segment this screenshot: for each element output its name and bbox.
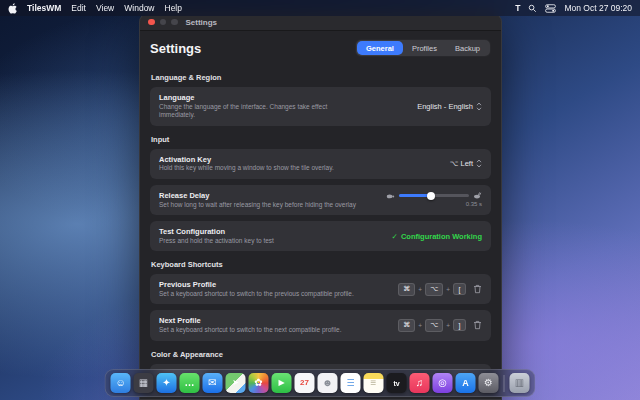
row-subtitle: Set a keyboard shortcut to switch to the… xyxy=(159,290,354,298)
row-subtitle: Change the language of the interface. Ch… xyxy=(159,103,364,120)
settings-gear-icon: ⚙ xyxy=(484,378,493,388)
keycap-command: ⌘ xyxy=(398,283,415,296)
dock: ☺ ▦ ✦ … ✉ ➤ ✿ ▶ 27 ☻ ☰ ≡ tv ♫ ◎ A ⚙ ▥ xyxy=(105,369,536,397)
configuration-status: ✓ Configuration Working xyxy=(392,232,482,241)
dock-separator xyxy=(504,375,505,392)
chevron-up-down-icon xyxy=(476,102,482,111)
finder-icon: ☺ xyxy=(115,378,125,388)
dock-item-launchpad[interactable]: ▦ xyxy=(134,373,154,393)
facetime-icon: ▶ xyxy=(278,379,284,387)
notes-icon: ≡ xyxy=(371,378,377,388)
dock-item-reminders[interactable]: ☰ xyxy=(341,373,361,393)
calendar-icon: 27 xyxy=(300,379,309,387)
section-keyboard-shortcuts: Keyboard Shortcuts xyxy=(151,260,490,269)
keycap-option: ⌥ xyxy=(425,283,443,296)
tab-backup[interactable]: Backup xyxy=(446,41,489,55)
tab-profiles[interactable]: Profiles xyxy=(403,41,446,55)
window-titlebar[interactable]: Settings xyxy=(140,14,501,31)
row-test-configuration: Test Configuration Press and hold the ac… xyxy=(150,221,491,251)
release-delay-value: 0.35 s xyxy=(466,201,482,207)
row-previous-profile: Previous Profile Set a keyboard shortcut… xyxy=(150,274,491,304)
reminders-icon: ☰ xyxy=(346,379,354,388)
minimize-button[interactable] xyxy=(160,19,167,26)
dock-item-maps[interactable]: ➤ xyxy=(226,373,246,393)
row-title: Next Profile xyxy=(159,316,341,326)
menu-item-view[interactable]: View xyxy=(96,3,114,13)
keycap-option: ⌥ xyxy=(425,319,443,332)
menu-bar: TilesWM Edit View Window Help T Mon Oct … xyxy=(0,0,640,16)
check-icon: ✓ xyxy=(392,232,398,241)
tab-bar: General Profiles Backup xyxy=(355,39,491,57)
hare-icon xyxy=(473,192,482,199)
dock-item-contacts[interactable]: ☻ xyxy=(318,373,338,393)
tv-icon: tv xyxy=(393,380,399,387)
dock-item-finder[interactable]: ☺ xyxy=(111,373,131,393)
row-subtitle: Set a keyboard shortcut to switch to the… xyxy=(159,326,341,334)
row-language: Language Change the language of the inte… xyxy=(150,87,491,126)
keycap-bracket-right: ] xyxy=(453,319,466,331)
messages-icon: … xyxy=(185,378,195,388)
dock-item-mail[interactable]: ✉ xyxy=(203,373,223,393)
mail-icon: ✉ xyxy=(208,378,216,388)
dock-item-trash[interactable]: ▥ xyxy=(510,373,530,393)
page-title: Settings xyxy=(150,41,201,56)
dock-item-photos[interactable]: ✿ xyxy=(249,373,269,393)
zoom-button[interactable] xyxy=(171,19,178,26)
section-color-appearance: Color & Appearance xyxy=(151,350,490,359)
trash-icon: ▥ xyxy=(515,378,524,388)
dock-item-calendar[interactable]: 27 xyxy=(295,373,315,393)
slider-thumb[interactable] xyxy=(427,192,435,200)
search-icon[interactable] xyxy=(528,4,537,13)
section-input: Input xyxy=(151,135,490,144)
menu-item-help[interactable]: Help xyxy=(165,3,182,13)
menu-item-edit[interactable]: Edit xyxy=(71,3,86,13)
menu-bar-clock[interactable]: Mon Oct 27 09:20 xyxy=(564,3,632,13)
tileswm-status-icon[interactable]: T xyxy=(515,3,520,13)
tortoise-icon xyxy=(386,193,395,199)
activation-key-dropdown[interactable]: ⌥ Left xyxy=(450,159,482,168)
settings-window: Settings Settings General Profiles Backu… xyxy=(139,13,502,400)
release-delay-slider[interactable] xyxy=(399,194,469,197)
delete-shortcut-button[interactable] xyxy=(473,284,482,294)
dock-item-safari[interactable]: ✦ xyxy=(157,373,177,393)
row-subtitle: Hold this key while moving a window to s… xyxy=(159,164,334,172)
dock-item-music[interactable]: ♫ xyxy=(410,373,430,393)
language-dropdown[interactable]: English - English xyxy=(417,102,482,111)
titlebar-title: Settings xyxy=(186,18,218,27)
window-header: Settings General Profiles Backup xyxy=(140,31,501,64)
photos-icon: ✿ xyxy=(254,378,262,388)
dock-item-notes[interactable]: ≡ xyxy=(364,373,384,393)
delete-shortcut-button[interactable] xyxy=(473,320,482,330)
contacts-icon: ☻ xyxy=(322,378,333,388)
section-language-region: Language & Region xyxy=(151,73,490,82)
keycap-bracket-left: [ xyxy=(453,283,466,295)
row-subtitle: Press and hold the activation key to tes… xyxy=(159,237,274,245)
previous-profile-shortcut[interactable]: ⌘ + ⌥ + [ xyxy=(398,283,482,296)
dock-item-messages[interactable]: … xyxy=(180,373,200,393)
row-subtitle: Set how long to wait after releasing the… xyxy=(159,201,356,209)
launchpad-icon: ▦ xyxy=(139,378,148,388)
trash-icon xyxy=(473,320,482,330)
apple-menu-icon[interactable] xyxy=(8,3,17,14)
maps-icon: ➤ xyxy=(232,379,239,387)
close-button[interactable] xyxy=(148,19,155,26)
control-center-icon[interactable] xyxy=(545,4,556,13)
row-title: Test Configuration xyxy=(159,227,274,237)
row-title: Language xyxy=(159,93,364,103)
keycap-command: ⌘ xyxy=(398,319,415,332)
dock-item-tv[interactable]: tv xyxy=(387,373,407,393)
dock-item-appstore[interactable]: A xyxy=(456,373,476,393)
dock-item-podcasts[interactable]: ◎ xyxy=(433,373,453,393)
music-icon: ♫ xyxy=(416,378,424,388)
trash-icon xyxy=(473,284,482,294)
next-profile-shortcut[interactable]: ⌘ + ⌥ + ] xyxy=(398,319,482,332)
safari-icon: ✦ xyxy=(162,378,170,388)
settings-content: Language & Region Language Change the la… xyxy=(140,73,501,400)
menu-item-window[interactable]: Window xyxy=(124,3,154,13)
row-title: Activation Key xyxy=(159,155,334,165)
menu-item-app[interactable]: TilesWM xyxy=(27,3,61,13)
dock-item-settings[interactable]: ⚙ xyxy=(479,373,499,393)
tab-general[interactable]: General xyxy=(357,41,403,55)
dock-item-facetime[interactable]: ▶ xyxy=(272,373,292,393)
appstore-icon: A xyxy=(462,379,469,388)
